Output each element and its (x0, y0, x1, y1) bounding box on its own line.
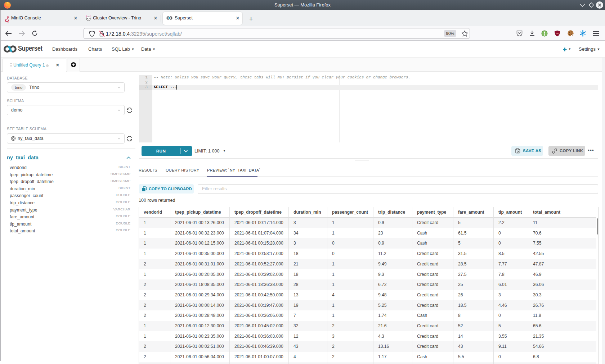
svg-text:uo: uo (556, 32, 559, 35)
